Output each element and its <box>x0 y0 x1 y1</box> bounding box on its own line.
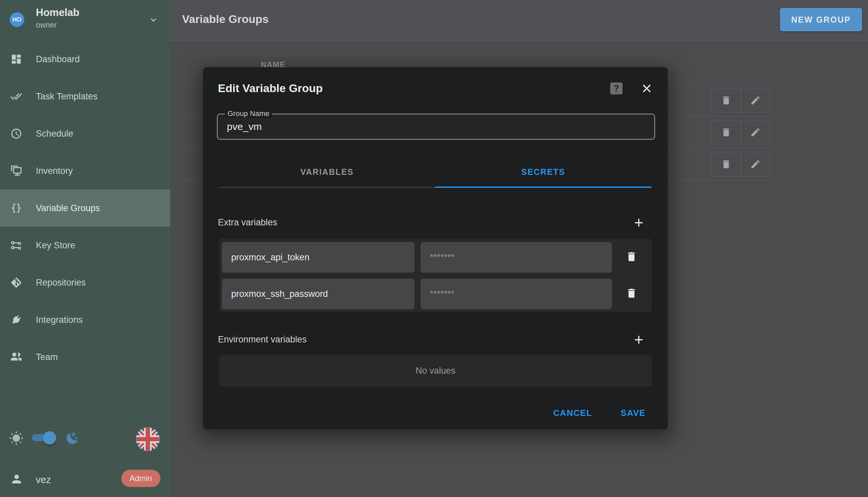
new-group-button[interactable]: NEW GROUP <box>780 8 862 31</box>
plus-icon <box>632 216 645 229</box>
group-name-field[interactable]: Group Name pve_vm <box>217 114 655 140</box>
check-all-icon <box>10 90 23 103</box>
braces-icon <box>10 202 23 214</box>
save-button[interactable]: SAVE <box>619 404 647 422</box>
team-icon <box>10 351 23 363</box>
person-icon <box>10 472 23 486</box>
trash-icon <box>626 251 637 262</box>
project-switcher[interactable]: HO Homelab owner <box>0 0 170 41</box>
sidebar-item-label: Inventory <box>36 166 73 176</box>
project-role: owner <box>36 20 57 30</box>
tab-variables[interactable]: VARIABLES <box>219 157 435 187</box>
dashboard-icon <box>10 53 23 66</box>
user-row[interactable]: vez Admin <box>0 467 170 494</box>
tab-active-indicator <box>435 186 651 188</box>
project-name: Homelab <box>36 6 79 19</box>
git-icon <box>10 276 23 289</box>
sidebar-item-label: Team <box>36 352 58 363</box>
edit-button[interactable] <box>741 120 770 144</box>
uk-flag-icon[interactable] <box>136 427 160 451</box>
table-row-actions <box>711 152 770 176</box>
extra-variables-panel: proxmox_api_token ******* proxmox_ssh_pa… <box>219 239 652 312</box>
sidebar-item-label: Dashboard <box>36 54 80 65</box>
sidebar-item-label: Key Store <box>36 240 75 251</box>
plus-icon <box>632 333 645 346</box>
group-name-value: pve_vm <box>227 114 262 139</box>
pencil-icon <box>750 95 761 106</box>
trash-icon <box>721 159 732 170</box>
sidebar-item-team[interactable]: Team <box>0 338 170 376</box>
keys-icon <box>10 239 23 252</box>
table-row-actions <box>711 88 770 113</box>
sidebar-item-key-store[interactable]: Key Store <box>0 227 170 264</box>
pencil-icon <box>750 159 761 170</box>
clock-icon <box>10 127 23 140</box>
dialog-title: Edit Variable Group <box>218 82 323 95</box>
delete-variable-button[interactable] <box>626 251 637 262</box>
variable-value-placeholder: ******* <box>430 252 454 262</box>
sidebar-item-label: Repositories <box>36 278 86 288</box>
environment-variables-panel: No values <box>219 355 652 387</box>
variable-value-input[interactable]: ******* <box>421 279 612 309</box>
add-extra-variable-button[interactable] <box>632 216 645 229</box>
table-row-actions <box>711 120 770 145</box>
delete-button[interactable] <box>711 152 741 176</box>
delete-variable-button[interactable] <box>626 287 637 299</box>
edit-button[interactable] <box>741 152 770 176</box>
monitor-icon <box>10 165 23 177</box>
moon-icon <box>65 431 79 445</box>
chevron-down-icon <box>148 15 159 25</box>
sidebar: HO Homelab owner Dashboard Task Template… <box>0 0 170 497</box>
sidebar-item-label: Schedule <box>36 129 73 139</box>
variable-name-value: proxmox_ssh_password <box>231 289 328 299</box>
theme-toggle[interactable] <box>32 429 57 448</box>
plug-icon <box>10 313 23 326</box>
username: vez <box>36 474 51 485</box>
add-environment-variable-button[interactable] <box>632 333 645 346</box>
theme-toggle-thumb <box>43 431 56 444</box>
sidebar-item-schedule[interactable]: Schedule <box>0 115 170 152</box>
topbar: Variable Groups NEW GROUP <box>170 0 868 41</box>
sidebar-item-label: Variable Groups <box>36 203 100 213</box>
extra-variables-label: Extra variables <box>218 217 277 228</box>
variable-name-input[interactable]: proxmox_api_token <box>222 242 415 273</box>
variable-name-value: proxmox_api_token <box>231 252 310 262</box>
sun-icon <box>9 431 24 445</box>
edit-button[interactable] <box>741 88 770 112</box>
environment-variables-label: Environment variables <box>218 335 307 345</box>
admin-badge: Admin <box>121 470 160 487</box>
variable-name-input[interactable]: proxmox_ssh_password <box>222 279 415 309</box>
theme-row <box>0 426 170 452</box>
sidebar-item-label: Integrations <box>36 315 83 325</box>
close-icon[interactable] <box>640 82 653 95</box>
tab-secrets[interactable]: SECRETS <box>435 157 651 187</box>
sidebar-item-repositories[interactable]: Repositories <box>0 264 170 301</box>
tabs: VARIABLES SECRETS <box>219 157 651 188</box>
page-title: Variable Groups <box>182 13 269 26</box>
project-avatar: HO <box>10 12 24 27</box>
edit-variable-group-dialog: Edit Variable Group ? Group Name pve_vm … <box>203 67 668 429</box>
sidebar-item-variable-groups[interactable]: Variable Groups <box>0 189 170 227</box>
sidebar-item-dashboard[interactable]: Dashboard <box>0 41 170 78</box>
sidebar-item-label: Task Templates <box>36 91 98 102</box>
trash-icon <box>626 287 637 299</box>
sidebar-item-task-templates[interactable]: Task Templates <box>0 78 170 115</box>
delete-button[interactable] <box>711 120 741 144</box>
sidebar-item-inventory[interactable]: Inventory <box>0 152 170 189</box>
variable-value-placeholder: ******* <box>430 289 454 299</box>
delete-button[interactable] <box>711 88 741 112</box>
trash-icon <box>721 95 732 106</box>
variable-value-input[interactable]: ******* <box>421 242 612 273</box>
trash-icon <box>721 127 732 138</box>
no-values-text: No values <box>219 355 652 387</box>
pencil-icon <box>750 127 761 138</box>
help-button[interactable]: ? <box>610 83 622 95</box>
cancel-button[interactable]: CANCEL <box>553 404 593 422</box>
sidebar-item-integrations[interactable]: Integrations <box>0 301 170 338</box>
screen: HO Homelab owner Dashboard Task Template… <box>0 0 868 497</box>
